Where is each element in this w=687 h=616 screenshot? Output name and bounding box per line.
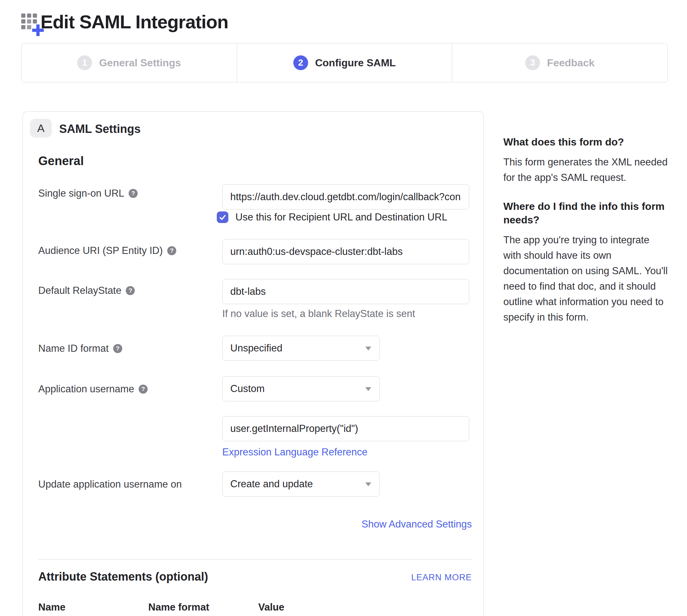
- custom-expression-input[interactable]: [222, 416, 469, 441]
- chevron-down-icon: [365, 387, 371, 391]
- recipient-url-checkbox-row: Use this for Recipient URL and Destinati…: [217, 212, 448, 223]
- chevron-down-icon: [365, 347, 371, 351]
- section-a-badge: A: [30, 119, 52, 137]
- update-username-label: Update application username on: [38, 479, 212, 490]
- attr-col-name-format: Name format: [148, 601, 209, 613]
- page-header: Edit SAML Integration: [21, 11, 228, 32]
- show-advanced-settings-link[interactable]: Show Advanced Settings: [362, 519, 472, 530]
- saml-settings-panel: A SAML Settings General Single sign-on U…: [23, 111, 484, 616]
- audience-uri-input[interactable]: [222, 239, 469, 264]
- chevron-down-icon: [365, 482, 371, 486]
- help-sidebar: What does this form do? This form genera…: [503, 135, 669, 325]
- relay-state-help-icon[interactable]: ?: [126, 286, 135, 295]
- name-id-format-help-icon[interactable]: ?: [113, 344, 122, 353]
- check-icon: [219, 213, 227, 221]
- step-2-label: Configure SAML: [315, 57, 396, 69]
- recipient-url-checkbox[interactable]: [217, 212, 228, 223]
- section-divider: [38, 559, 472, 560]
- step-general-settings[interactable]: 1 General Settings: [22, 43, 237, 82]
- application-username-label: Application username ?: [38, 383, 212, 395]
- attr-col-value: Value: [258, 601, 284, 613]
- attribute-statements-heading: Attribute Statements (optional): [38, 570, 208, 584]
- page-title: Edit SAML Integration: [41, 11, 228, 32]
- audience-uri-label: Audience URI (SP Entity ID) ?: [38, 245, 212, 257]
- relay-state-label: Default RelayState ?: [38, 285, 212, 296]
- sso-url-help-icon[interactable]: ?: [129, 189, 138, 198]
- application-username-select[interactable]: Custom: [222, 376, 380, 401]
- general-section-heading: General: [38, 154, 84, 168]
- relay-state-input[interactable]: [222, 279, 469, 304]
- attr-col-name: Name: [38, 601, 65, 613]
- name-id-format-select[interactable]: Unspecified: [222, 336, 380, 361]
- step-3-badge: 3: [525, 56, 540, 70]
- help-a1: This form generates the XML needed for t…: [503, 154, 669, 185]
- step-2-badge: 2: [293, 56, 308, 70]
- step-3-label: Feedback: [547, 57, 595, 69]
- step-feedback[interactable]: 3 Feedback: [452, 43, 667, 82]
- step-configure-saml[interactable]: 2 Configure SAML: [237, 43, 452, 82]
- audience-uri-help-icon[interactable]: ?: [167, 246, 176, 255]
- learn-more-link[interactable]: LEARN MORE: [411, 573, 472, 582]
- help-a2: The app you're trying to integrate with …: [503, 233, 669, 325]
- step-1-badge: 1: [77, 56, 92, 70]
- sso-url-label: Single sign-on URL ?: [38, 188, 212, 199]
- step-1-label: General Settings: [99, 57, 181, 69]
- help-q2: Where do I find the info this form needs…: [503, 200, 669, 226]
- plus-icon: [32, 24, 44, 36]
- saml-app-icon: [21, 14, 39, 31]
- recipient-url-checkbox-label: Use this for Recipient URL and Destinati…: [235, 212, 448, 223]
- panel-title: SAML Settings: [59, 122, 141, 136]
- wizard-stepper: 1 General Settings 2 Configure SAML 3 Fe…: [21, 43, 668, 82]
- expression-language-reference-link[interactable]: Expression Language Reference: [222, 446, 368, 458]
- update-username-select[interactable]: Create and update: [222, 471, 380, 497]
- help-q1: What does this form do?: [503, 135, 669, 149]
- application-username-help-icon[interactable]: ?: [139, 384, 147, 394]
- name-id-format-label: Name ID format ?: [38, 343, 212, 354]
- sso-url-input[interactable]: [222, 184, 469, 210]
- relay-state-hint: If no value is set, a blank RelayState i…: [222, 308, 415, 320]
